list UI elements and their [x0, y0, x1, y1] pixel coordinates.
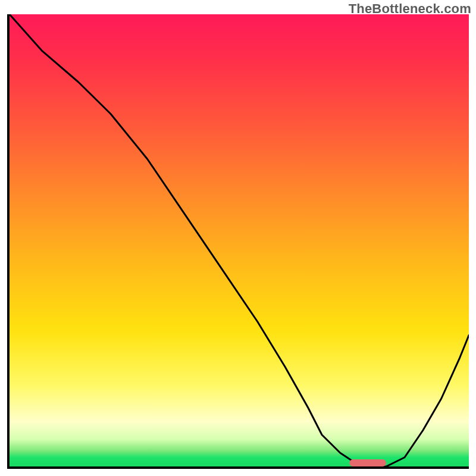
optimal-range-marker — [349, 459, 386, 466]
chart-container: TheBottleneck.com — [0, 0, 476, 476]
bottleneck-curve — [10, 14, 469, 466]
plot-area — [7, 14, 469, 469]
curve-svg — [10, 14, 469, 466]
